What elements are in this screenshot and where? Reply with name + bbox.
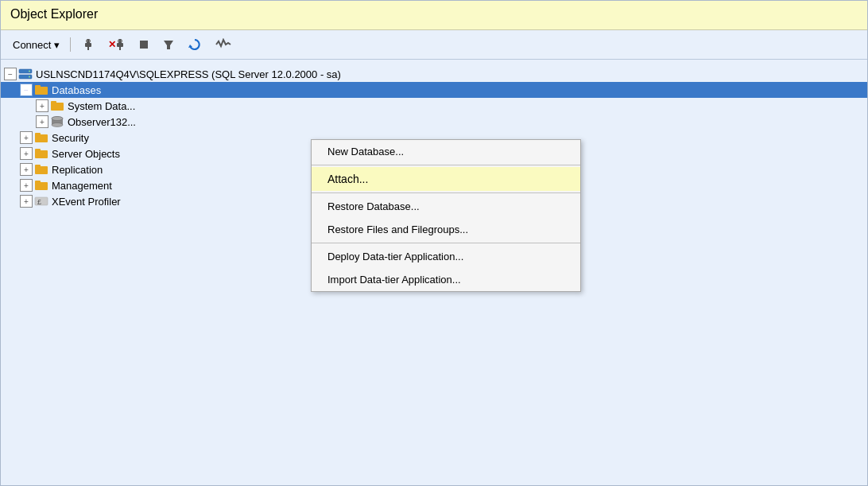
object-explorer: Object Explorer Connect ▾ ✕: [0, 0, 868, 486]
svg-marker-13: [188, 45, 192, 48]
disconnect-icon-button[interactable]: ✕: [104, 35, 130, 54]
system-databases-node[interactable]: System Data...: [1, 98, 867, 114]
management-expander[interactable]: [20, 179, 33, 192]
svg-rect-3: [86, 40, 87, 42]
svg-rect-10: [121, 40, 122, 42]
replication-folder-icon: [34, 164, 48, 175]
svg-rect-19: [35, 85, 41, 88]
replication-label: Replication: [52, 164, 103, 176]
svg-rect-21: [51, 101, 56, 104]
security-expander[interactable]: [20, 131, 33, 144]
toolbar: Connect ▾ ✕: [1, 30, 867, 60]
context-menu-deploy[interactable]: Deploy Data-tier Application...: [312, 245, 580, 268]
context-menu-attach[interactable]: Attach...: [312, 167, 580, 191]
filter-icon: [162, 38, 175, 51]
management-label: Management: [52, 180, 112, 192]
observer-db-expander[interactable]: [36, 115, 48, 128]
server-icon: [18, 68, 33, 80]
svg-rect-9: [118, 40, 119, 42]
svg-point-17: [29, 76, 30, 78]
database-icon: [50, 116, 64, 127]
context-menu-new-database[interactable]: New Database...: [312, 140, 580, 163]
server-objects-label: Server Objects: [52, 148, 120, 160]
context-menu-import[interactable]: Import Data-tier Application...: [312, 268, 580, 291]
connect-dropdown-arrow[interactable]: ▾: [54, 39, 60, 51]
stop-icon-button[interactable]: [134, 37, 153, 52]
server-objects-folder-icon: [34, 148, 48, 159]
plug-icon-button[interactable]: [77, 35, 99, 54]
svg-point-16: [29, 71, 30, 72]
server-label: USLNSCND1174Q4V\SQLEXPRESS (SQL Server 1…: [36, 68, 341, 80]
context-menu-separator-2: [312, 192, 580, 193]
svg-marker-12: [164, 41, 173, 49]
security-label: Security: [52, 132, 89, 144]
filter-icon-button[interactable]: [158, 36, 179, 53]
activity-monitor-icon-button[interactable]: [211, 36, 236, 53]
context-menu-separator-3: [312, 243, 580, 243]
svg-text:£: £: [37, 198, 41, 206]
databases-label: Databases: [52, 84, 101, 96]
databases-folder-icon: [34, 84, 48, 95]
refresh-icon: [188, 37, 202, 52]
connect-button[interactable]: Connect ▾: [9, 37, 64, 53]
server-expander[interactable]: [4, 68, 17, 80]
xevent-profiler-expander[interactable]: [20, 195, 33, 208]
activity-monitor-icon: [215, 38, 232, 51]
svg-rect-1: [85, 43, 91, 47]
xevent-profiler-label: XEvent Profiler: [52, 196, 121, 208]
svg-point-24: [52, 123, 63, 127]
xevent-profiler-icon: £: [34, 196, 48, 207]
server-objects-expander[interactable]: [20, 147, 33, 160]
svg-rect-27: [35, 133, 41, 136]
context-menu: New Database... Attach... Restore Databa…: [311, 139, 581, 292]
svg-point-25: [52, 117, 63, 121]
svg-rect-31: [35, 165, 41, 168]
server-node[interactable]: USLNSCND1174Q4V\SQLEXPRESS (SQL Server 1…: [1, 66, 867, 82]
context-menu-restore-database[interactable]: Restore Database...: [312, 195, 580, 218]
observer-db-node[interactable]: Observer132...: [1, 114, 867, 130]
title-bar: Object Explorer: [1, 1, 867, 30]
disconnect-icon: ✕: [108, 37, 126, 52]
security-folder-icon: [34, 132, 48, 143]
title: Object Explorer: [10, 7, 98, 21]
management-folder-icon: [34, 180, 48, 191]
refresh-icon-button[interactable]: [184, 35, 206, 54]
svg-rect-7: [117, 43, 123, 47]
svg-rect-29: [35, 149, 41, 152]
stop-icon: [138, 39, 149, 50]
databases-node[interactable]: Databases: [1, 82, 867, 98]
tree-area: USLNSCND1174Q4V\SQLEXPRESS (SQL Server 1…: [1, 60, 867, 485]
svg-rect-33: [35, 181, 41, 184]
svg-rect-11: [140, 41, 148, 49]
toolbar-separator: [70, 37, 71, 52]
svg-rect-4: [89, 40, 91, 42]
replication-expander[interactable]: [20, 163, 33, 176]
databases-expander[interactable]: [20, 84, 33, 96]
plug-icon: [81, 37, 95, 52]
connect-label: Connect: [13, 39, 51, 51]
system-databases-label: System Data...: [68, 100, 135, 112]
system-databases-expander[interactable]: [36, 99, 48, 112]
observer-db-label: Observer132...: [68, 116, 136, 128]
context-menu-separator-1: [312, 165, 580, 165]
system-databases-folder-icon: [50, 100, 64, 111]
context-menu-restore-files[interactable]: Restore Files and Filegroups...: [312, 218, 580, 241]
svg-text:✕: ✕: [108, 39, 116, 50]
